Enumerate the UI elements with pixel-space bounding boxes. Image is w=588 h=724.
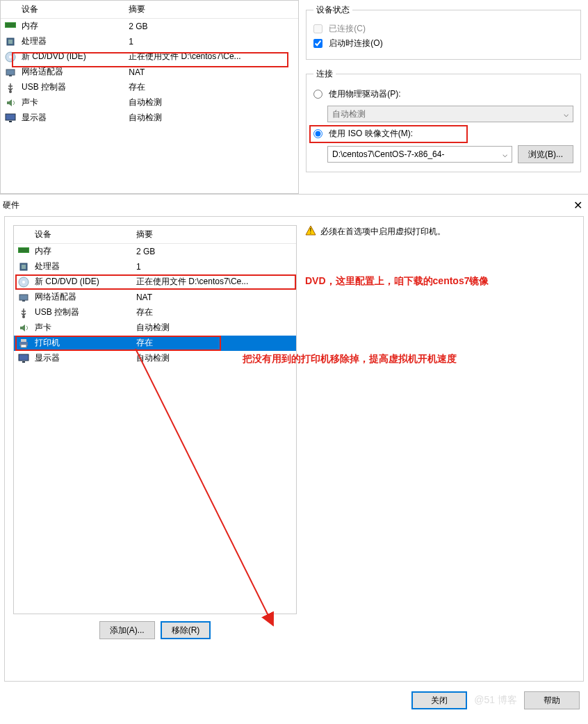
svg-rect-3 [8,40,13,44]
device-summary: 自动检测 [123,110,298,126]
device-summary: 正在使用文件 D:\centos7\Ce... [131,274,296,290]
close-icon[interactable]: ✕ [571,199,585,212]
table-row[interactable]: USB 控制器存在 [1,80,298,95]
annotation-dvd: DVD，这里配置上，咱下载的centos7镜像 [305,275,489,288]
device-name: 处理器 [29,259,131,274]
svg-rect-14 [22,265,26,269]
sound-icon [14,320,29,336]
device-summary: 2 GB [123,19,298,34]
annotation-printer: 把没有用到的打印机移除掉，提高虚拟机开机速度 [243,353,457,365]
connection-group: 连接 使用物理驱动器(P): 自动检测 ⌵ 使用 ISO 映像文件(M): [306,68,581,172]
usb-icon [14,305,29,320]
printer-icon [14,336,29,351]
col-summary: 摘要 [131,226,296,244]
browse-button[interactable]: 浏览(B)... [518,145,573,163]
device-name: 新 CD/DVD (IDE) [16,49,123,65]
svg-rect-24 [22,361,25,363]
device-name: 内存 [16,19,123,34]
table-row[interactable]: 处理器1 [14,259,296,274]
device-status-group: 设备状态 已连接(C) 启动时连接(O) [306,4,581,60]
use-iso-radio[interactable]: 使用 ISO 映像文件(M): [313,129,413,138]
display-icon [1,110,16,126]
device-summary: NAT [131,290,296,305]
disc-icon [14,274,29,290]
usb-icon [1,80,16,95]
col-device: 设备 [16,1,123,19]
svg-rect-18 [22,300,25,302]
device-name: 打印机 [29,336,131,351]
table-row[interactable]: 新 CD/DVD (IDE)正在使用文件 D:\centos7\Ce... [1,49,298,65]
display-icon [14,351,29,366]
svg-point-19 [22,315,25,318]
svg-point-8 [9,90,12,93]
svg-rect-9 [6,114,15,120]
device-name: 显示器 [29,351,131,366]
add-button[interactable]: 添加(A)... [99,621,155,639]
watermark: @51 博客 [474,694,517,707]
close-button[interactable]: 关闭 [411,691,467,709]
device-summary: 存在 [131,336,296,351]
device-name: 声卡 [16,95,123,110]
svg-text:!: ! [310,227,312,235]
device-list-top: 设备 摘要 内存2 GB处理器1新 CD/DVD (IDE)正在使用文件 D:\… [0,0,299,194]
table-row[interactable]: 内存2 GB [14,244,296,259]
warning-message: ! 必须在首选项中启用虚拟打印机。 [305,225,575,238]
warning-icon: ! [305,225,316,238]
device-summary: 1 [123,34,298,49]
connected-checkbox[interactable]: 已连接(C) [313,24,366,33]
table-row[interactable]: 网络适配器NAT [14,290,296,305]
device-name: 处理器 [16,34,123,49]
svg-rect-12 [19,248,28,252]
disc-icon [1,49,16,65]
table-row[interactable]: 打印机存在 [14,336,296,351]
memory-icon [14,244,29,259]
chevron-down-icon: ⌵ [564,109,569,119]
device-name: 显示器 [16,110,123,126]
col-summary: 摘要 [123,1,298,19]
table-row[interactable]: 网络适配器NAT [1,65,298,80]
svg-rect-1 [6,23,15,27]
device-summary: NAT [123,65,298,80]
svg-point-5 [9,56,12,58]
svg-point-16 [22,281,25,283]
table-row[interactable]: 新 CD/DVD (IDE)正在使用文件 D:\centos7\Ce... [14,274,296,290]
svg-rect-22 [21,345,26,347]
device-list-bottom: 设备 摘要 内存2 GB处理器1新 CD/DVD (IDE)正在使用文件 D:\… [13,225,297,614]
hardware-title: 硬件 [3,199,19,211]
table-row[interactable]: USB 控制器存在 [14,305,296,320]
svg-rect-7 [9,75,12,76]
net-icon [1,65,16,80]
svg-rect-6 [6,69,15,75]
svg-rect-21 [21,339,26,342]
device-name: 声卡 [29,320,131,336]
chevron-down-icon[interactable]: ⌵ [503,149,507,159]
physical-drive-combo: 自动检测 ⌵ [327,106,573,122]
col-device: 设备 [29,226,131,244]
use-physical-radio[interactable]: 使用物理驱动器(P): [313,89,401,99]
cpu-icon [1,34,16,49]
table-row[interactable]: 声卡自动检测 [14,320,296,336]
table-row[interactable]: 显示器自动检测 [1,110,298,126]
device-summary: 正在使用文件 D:\centos7\Ce... [123,49,298,65]
device-summary: 自动检测 [131,320,296,336]
device-name: 内存 [29,244,131,259]
svg-rect-17 [19,295,28,300]
cpu-icon [14,259,29,274]
device-summary: 存在 [131,305,296,320]
iso-path-combo[interactable]: D:\centos7\CentOS-7-x86_64- ⌵ [327,146,512,163]
device-summary: 自动检测 [123,95,298,110]
table-row[interactable]: 声卡自动检测 [1,95,298,110]
device-name: 网络适配器 [16,65,123,80]
svg-rect-23 [19,354,28,361]
svg-rect-10 [9,121,12,122]
table-row[interactable]: 内存2 GB [1,19,298,34]
device-name: USB 控制器 [16,80,123,95]
help-button[interactable]: 帮助 [524,691,580,709]
remove-button[interactable]: 移除(R) [161,621,211,639]
table-row[interactable]: 处理器1 [1,34,298,49]
device-name: 网络适配器 [29,290,131,305]
connect-on-start-checkbox[interactable]: 启动时连接(O) [313,38,383,48]
device-summary: 1 [131,259,296,274]
device-summary: 2 GB [131,244,296,259]
device-name: USB 控制器 [29,305,131,320]
